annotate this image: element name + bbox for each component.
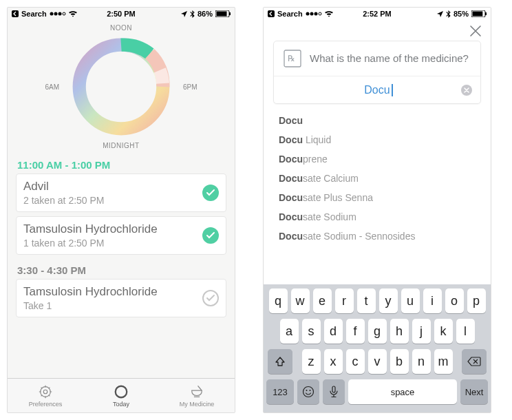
key-z[interactable]: z: [302, 349, 321, 374]
key-w[interactable]: w: [291, 288, 310, 313]
svg-rect-20: [268, 10, 275, 17]
next-key[interactable]: Next: [460, 379, 488, 404]
battery-pct: 85%: [454, 10, 469, 18]
back-label[interactable]: Search: [277, 10, 303, 18]
back-label[interactable]: Search: [21, 10, 47, 18]
bluetooth-icon: [190, 10, 195, 18]
shift-key[interactable]: [268, 349, 292, 374]
key-k[interactable]: k: [434, 319, 453, 344]
bluetooth-icon: [446, 10, 451, 18]
key-u[interactable]: u: [401, 288, 420, 313]
numeric-key[interactable]: 123: [266, 379, 294, 404]
pending-check-icon[interactable]: [202, 290, 219, 306]
suggestion-list: Docu Docu Liquid Docuprene Docusate Calc…: [264, 104, 491, 246]
key-b[interactable]: b: [390, 349, 409, 374]
key-j[interactable]: j: [412, 319, 431, 344]
key-a[interactable]: a: [280, 319, 299, 344]
svg-rect-0: [12, 10, 19, 17]
svg-point-31: [306, 390, 308, 391]
svg-point-32: [310, 390, 311, 391]
keyboard: qwertyuiop asdfghjkl zxcvbnm 123 space N…: [264, 284, 491, 412]
svg-point-30: [303, 387, 314, 397]
back-chevron-icon[interactable]: [12, 10, 19, 17]
key-x[interactable]: x: [324, 349, 343, 374]
medicine-card[interactable]: Tamsulosin Hydrochloride 1 taken at 2:50…: [16, 216, 226, 255]
close-icon[interactable]: [469, 24, 482, 38]
battery-icon: [215, 10, 231, 17]
medicine-subtitle: Take 1: [23, 300, 158, 311]
key-y[interactable]: y: [379, 288, 398, 313]
dictation-key[interactable]: [323, 379, 345, 404]
medicine-name-input[interactable]: [274, 84, 480, 96]
svg-point-10: [43, 390, 47, 394]
clock-label-noon: NOON: [110, 24, 132, 32]
suggestion-item[interactable]: Docusate Calcium: [279, 169, 476, 188]
wifi-icon: [69, 11, 77, 17]
medicine-card[interactable]: Advil 2 taken at 2:50 PM: [16, 174, 226, 212]
tab-preferences[interactable]: Preferences: [8, 379, 83, 412]
svg-rect-26: [473, 12, 483, 17]
suggestion-item[interactable]: Docusate Sodium: [279, 207, 476, 227]
key-p[interactable]: p: [467, 288, 486, 313]
key-g[interactable]: g: [368, 319, 387, 344]
key-o[interactable]: o: [445, 288, 464, 313]
svg-point-19: [116, 386, 127, 397]
key-n[interactable]: n: [412, 349, 431, 374]
dose-ring-icon: [66, 32, 176, 142]
svg-rect-6: [217, 12, 227, 17]
suggestion-item[interactable]: Docuprene: [279, 149, 476, 169]
svg-rect-27: [485, 12, 487, 15]
cell-signal-icon: [50, 11, 66, 17]
suggestion-item[interactable]: Docu: [279, 111, 476, 130]
mortar-icon: [189, 384, 204, 399]
clock-label-6pm: 6PM: [183, 83, 198, 91]
wifi-icon: [325, 11, 333, 17]
clear-input-icon[interactable]: [461, 85, 472, 96]
key-i[interactable]: i: [423, 288, 442, 313]
medicine-subtitle: 2 taken at 2:50 PM: [23, 195, 105, 206]
key-v[interactable]: v: [368, 349, 387, 374]
time-slot-header: 3:30 - 4:30 PM: [17, 264, 226, 276]
suggestion-item[interactable]: Docusate Plus Senna: [279, 188, 476, 207]
key-e[interactable]: e: [313, 288, 332, 313]
key-t[interactable]: t: [357, 288, 376, 313]
key-r[interactable]: r: [335, 288, 354, 313]
svg-point-4: [63, 12, 65, 15]
status-time: 2:52 PM: [363, 10, 392, 18]
tab-bar: Preferences Today My Medicine: [8, 378, 235, 412]
key-h[interactable]: h: [390, 319, 409, 344]
key-f[interactable]: f: [346, 319, 365, 344]
suggestion-item[interactable]: Docusate Sodium - Sennosides: [279, 227, 476, 246]
today-screen: Search 2:50 PM 86% NOON 6AM: [7, 7, 235, 413]
taken-check-icon[interactable]: [202, 185, 219, 201]
medicine-name: Tamsulosin Hydrochloride: [23, 222, 158, 236]
space-key[interactable]: space: [348, 379, 457, 404]
key-s[interactable]: s: [302, 319, 321, 344]
backspace-key[interactable]: [462, 349, 487, 374]
text-caret: [392, 84, 393, 96]
taken-check-icon[interactable]: [202, 227, 219, 244]
svg-rect-33: [332, 386, 335, 392]
back-chevron-icon[interactable]: [268, 10, 275, 17]
emoji-key[interactable]: [297, 379, 319, 404]
battery-pct: 86%: [198, 10, 213, 18]
location-icon: [181, 11, 187, 17]
medicine-name-input-row[interactable]: [274, 76, 480, 103]
svg-text:℞: ℞: [288, 54, 295, 63]
tab-my-medicine[interactable]: My Medicine: [159, 379, 235, 412]
key-l[interactable]: l: [456, 319, 475, 344]
svg-point-2: [54, 12, 57, 16]
key-c[interactable]: c: [346, 349, 365, 374]
svg-point-3: [58, 12, 61, 16]
tab-label: Preferences: [29, 401, 63, 408]
medicine-card[interactable]: Tamsulosin Hydrochloride Take 1: [16, 279, 226, 317]
tab-today[interactable]: Today: [83, 379, 159, 412]
dose-clock: NOON 6AM 6PM MIDNIGHT: [8, 20, 235, 149]
status-bar: Search 2:52 PM 85%: [264, 8, 491, 20]
key-m[interactable]: m: [434, 349, 453, 374]
key-d[interactable]: d: [324, 319, 343, 344]
svg-point-21: [306, 12, 309, 16]
status-time: 2:50 PM: [107, 10, 136, 18]
suggestion-item[interactable]: Docu Liquid: [279, 130, 476, 149]
key-q[interactable]: q: [269, 288, 288, 313]
